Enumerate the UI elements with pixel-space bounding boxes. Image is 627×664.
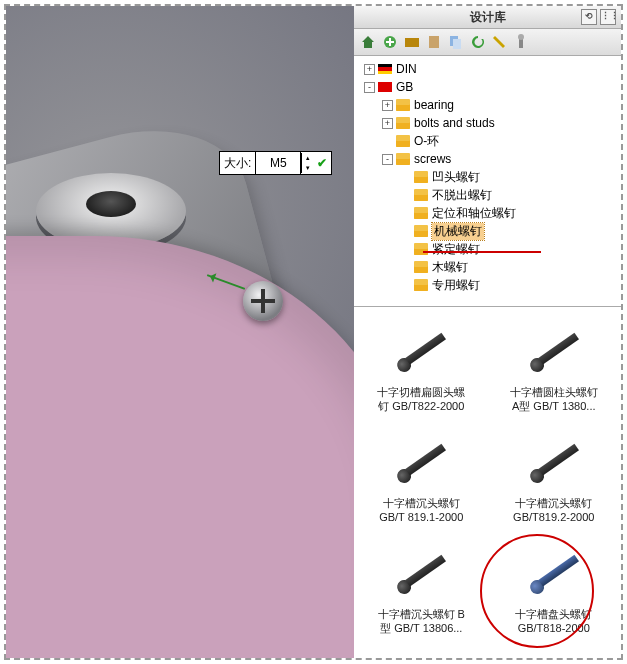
folder-icon xyxy=(396,153,410,165)
paste-icon[interactable] xyxy=(426,34,442,50)
thumb-caption: 钉 GB/T822-2000 xyxy=(378,399,464,413)
pin-icon[interactable]: ⟲ xyxy=(581,9,597,25)
thumb-caption: 十字切槽扁圆头螺 xyxy=(377,385,465,399)
tree-node-s1[interactable]: 凹头螺钉 xyxy=(354,168,621,186)
folder-icon xyxy=(414,207,428,219)
folder-icon xyxy=(414,225,428,237)
collapse-icon[interactable]: - xyxy=(364,82,375,93)
parts-thumbnail-grid[interactable]: 十字切槽扁圆头螺 钉 GB/T822-2000 十字槽圆柱头螺钉 A型 GB/T… xyxy=(354,307,621,658)
copy-icon[interactable] xyxy=(448,34,464,50)
design-library-panel: 设计库 ⟲ ⋮⋮ +DIN -GB +bearing +bolts and st… xyxy=(354,6,621,658)
thumb-caption: 十字槽圆柱头螺钉 xyxy=(510,385,598,399)
expand-icon[interactable]: + xyxy=(382,100,393,111)
expand-icon[interactable]: + xyxy=(382,118,393,129)
home-icon[interactable] xyxy=(360,34,376,50)
folder-icon xyxy=(396,117,410,129)
toolbox-icon[interactable] xyxy=(514,34,530,50)
folder-icon xyxy=(414,261,428,273)
library-tree[interactable]: +DIN -GB +bearing +bolts and studs O-环 -… xyxy=(354,56,621,307)
tree-node-s2[interactable]: 不脱出螺钉 xyxy=(354,186,621,204)
panel-toolbar xyxy=(354,29,621,56)
part-thumb-3[interactable]: 十字槽沉头螺钉 GB/T819.2-2000 xyxy=(491,430,618,535)
tree-node-bolts[interactable]: +bolts and studs xyxy=(354,114,621,132)
model-viewport[interactable]: 大小: ▲▼ ✔ xyxy=(6,6,354,658)
flag-de-icon xyxy=(378,64,392,74)
part-thumb-0[interactable]: 十字切槽扁圆头螺 钉 GB/T822-2000 xyxy=(358,319,485,424)
expand-icon[interactable]: + xyxy=(364,64,375,75)
panel-header: 设计库 ⟲ ⋮⋮ xyxy=(354,6,621,29)
thumb-caption: 十字槽沉头螺钉 B xyxy=(378,607,465,621)
refresh-icon[interactable] xyxy=(470,34,486,50)
screw-icon xyxy=(527,441,581,485)
svg-rect-1 xyxy=(405,38,419,47)
thumb-caption: 十字槽沉头螺钉 xyxy=(515,496,592,510)
tree-node-bearing[interactable]: +bearing xyxy=(354,96,621,114)
screw-icon xyxy=(394,330,448,374)
folder-icon xyxy=(414,243,428,255)
menu-icon[interactable]: ⋮⋮ xyxy=(600,9,616,25)
screw-icon xyxy=(527,330,581,374)
thumb-caption: GB/T 819.1-2000 xyxy=(379,510,463,524)
folder-icon xyxy=(414,171,428,183)
screw-icon xyxy=(394,552,448,596)
part-thumb-1[interactable]: 十字槽圆柱头螺钉 A型 GB/T 1380... xyxy=(491,319,618,424)
tree-node-s3[interactable]: 定位和轴位螺钉 xyxy=(354,204,621,222)
flag-cn-icon xyxy=(378,82,392,92)
screw-icon xyxy=(394,441,448,485)
folder-icon xyxy=(396,135,410,147)
thumb-caption: 十字槽盘头螺钉 xyxy=(515,607,592,621)
part-thumb-2[interactable]: 十字槽沉头螺钉 GB/T 819.1-2000 xyxy=(358,430,485,535)
folder-icon xyxy=(414,189,428,201)
part-thumb-5[interactable]: 十字槽盘头螺钉 GB/T818-2000 xyxy=(491,541,618,646)
tree-node-gb[interactable]: -GB xyxy=(354,78,621,96)
tree-node-s6[interactable]: 木螺钉 xyxy=(354,258,621,276)
tree-node-s4[interactable]: 机械螺钉 xyxy=(354,222,621,240)
size-spinner[interactable]: ▲▼ xyxy=(301,153,313,173)
thumb-caption: 十字槽沉头螺钉 xyxy=(383,496,460,510)
svg-rect-2 xyxy=(429,36,439,48)
thumb-caption: 型 GB/T 13806... xyxy=(380,621,462,635)
tree-node-din[interactable]: +DIN xyxy=(354,60,621,78)
part-thumb-4[interactable]: 十字槽沉头螺钉 B 型 GB/T 13806... xyxy=(358,541,485,646)
collapse-icon[interactable]: - xyxy=(382,154,393,165)
size-confirm-icon[interactable]: ✔ xyxy=(313,156,331,170)
svg-rect-4 xyxy=(453,39,461,49)
thumb-caption: GB/T818-2000 xyxy=(518,621,590,635)
add-location-icon[interactable] xyxy=(382,34,398,50)
tree-node-screws[interactable]: -screws xyxy=(354,150,621,168)
size-input[interactable] xyxy=(255,152,301,174)
size-label: 大小: xyxy=(220,155,255,172)
folder-icon xyxy=(414,279,428,291)
tree-node-s7[interactable]: 专用螺钉 xyxy=(354,276,621,294)
tree-node-oring[interactable]: O-环 xyxy=(354,132,621,150)
thumb-caption: A型 GB/T 1380... xyxy=(512,399,596,413)
new-folder-icon[interactable] xyxy=(404,34,420,50)
svg-point-6 xyxy=(518,34,524,40)
tree-node-s5[interactable]: 紧定螺钉 xyxy=(354,240,621,258)
folder-icon xyxy=(396,99,410,111)
size-popup: 大小: ▲▼ ✔ xyxy=(219,151,332,175)
panel-title: 设计库 xyxy=(470,9,506,26)
part-screwhead xyxy=(243,281,283,321)
thumb-caption: GB/T819.2-2000 xyxy=(513,510,594,524)
configure-icon[interactable] xyxy=(492,34,508,50)
leaf-icon xyxy=(382,136,393,147)
screw-icon xyxy=(527,552,581,596)
